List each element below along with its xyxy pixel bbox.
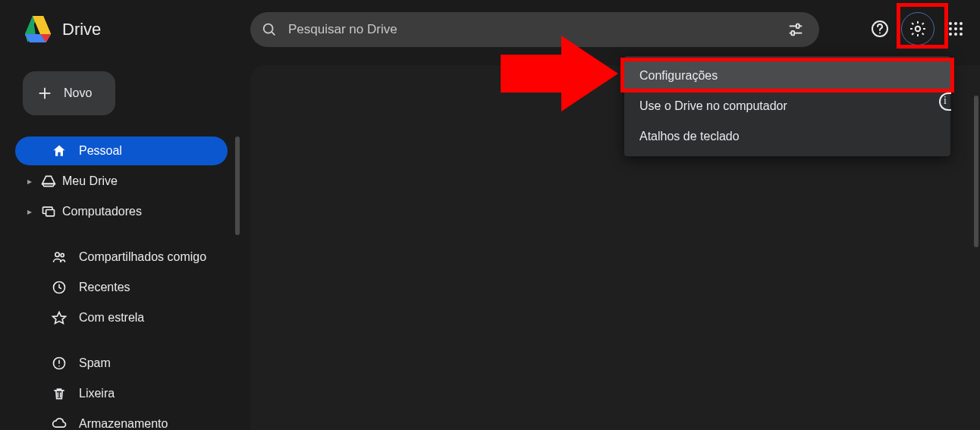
svg-point-15: [960, 22, 963, 25]
svg-point-29: [61, 253, 64, 256]
search-bar[interactable]: [250, 12, 819, 47]
svg-line-5: [272, 32, 275, 35]
sidebar-item-mydrive[interactable]: ▸ Meu Drive: [15, 167, 228, 196]
home-icon: [52, 143, 67, 159]
drive-logo-block[interactable]: Drive: [23, 16, 101, 43]
menu-item-desktop[interactable]: Use o Drive no computador: [624, 91, 950, 121]
svg-point-13: [949, 22, 952, 25]
svg-marker-0: [33, 16, 51, 34]
sidebar: Pessoal ▸ Meu Drive ▸ Computadores Compa…: [15, 137, 228, 430]
svg-rect-8: [796, 24, 799, 29]
new-button[interactable]: Novo: [23, 71, 115, 115]
sidebar-item-shared[interactable]: Compartilhados comigo: [15, 243, 228, 271]
svg-point-14: [954, 22, 957, 25]
mydrive-icon: [41, 174, 56, 189]
sidebar-item-home[interactable]: Pessoal: [15, 137, 228, 165]
svg-point-21: [960, 33, 963, 36]
svg-point-4: [264, 24, 273, 33]
svg-point-19: [949, 33, 952, 36]
tune-icon[interactable]: [783, 17, 809, 42]
sidebar-item-storage[interactable]: Armazenamento: [15, 410, 228, 430]
menu-item-label: Configurações: [639, 69, 718, 83]
search-icon: [261, 21, 278, 38]
sidebar-item-label: Armazenamento: [79, 417, 168, 430]
sidebar-item-label: Com estrela: [79, 311, 144, 325]
trash-icon: [52, 386, 67, 401]
svg-point-17: [954, 27, 957, 30]
sidebar-item-recent[interactable]: Recentes: [15, 273, 228, 302]
gear-icon[interactable]: [901, 12, 934, 46]
main-scrollbar[interactable]: [974, 96, 978, 247]
help-icon[interactable]: [863, 12, 897, 46]
sidebar-item-label: Spam: [79, 356, 111, 370]
sidebar-item-label: Compartilhados comigo: [79, 250, 206, 264]
sidebar-item-starred[interactable]: Com estrela: [15, 303, 228, 332]
svg-marker-31: [53, 312, 66, 324]
settings-menu: Configurações Use o Drive no computador …: [624, 56, 950, 156]
chevron-right-icon: ▸: [24, 206, 35, 217]
sidebar-item-label: Pessoal: [79, 144, 122, 158]
recent-icon: [52, 280, 67, 295]
star-icon: [52, 310, 67, 325]
plus-icon: [36, 85, 53, 102]
chevron-right-icon: ▸: [24, 176, 35, 187]
menu-item-settings[interactable]: Configurações: [624, 61, 950, 91]
svg-point-20: [954, 33, 957, 36]
sidebar-item-trash[interactable]: Lixeira: [15, 379, 228, 408]
svg-rect-9: [792, 31, 795, 36]
svg-marker-24: [42, 176, 55, 184]
svg-rect-27: [46, 210, 55, 216]
menu-item-label: Use o Drive no computador: [639, 99, 787, 113]
drive-logo-icon: [23, 16, 53, 43]
storage-icon: [52, 416, 67, 430]
computers-icon: [41, 204, 56, 219]
apps-icon[interactable]: [939, 12, 972, 46]
sidebar-item-spam[interactable]: Spam: [15, 349, 228, 378]
sidebar-item-computers[interactable]: ▸ Computadores: [15, 197, 228, 226]
new-button-label: Novo: [64, 86, 92, 100]
spam-icon: [52, 356, 67, 371]
search-input[interactable]: [288, 22, 772, 37]
svg-point-18: [960, 27, 963, 30]
svg-point-11: [879, 33, 881, 34]
svg-point-28: [55, 253, 59, 256]
svg-point-16: [949, 27, 952, 30]
sidebar-item-label: Lixeira: [79, 387, 115, 400]
svg-point-12: [916, 27, 920, 31]
menu-item-shortcuts[interactable]: Atalhos de teclado: [624, 121, 950, 152]
sidebar-item-label: Meu Drive: [62, 174, 118, 188]
sidebar-item-label: Recentes: [79, 281, 130, 294]
app-title: Drive: [62, 20, 101, 39]
sidebar-item-label: Computadores: [62, 205, 142, 218]
shared-icon: [52, 250, 67, 265]
svg-point-34: [58, 366, 60, 367]
sidebar-scrollbar[interactable]: [235, 137, 240, 235]
menu-item-label: Atalhos de teclado: [639, 130, 740, 143]
